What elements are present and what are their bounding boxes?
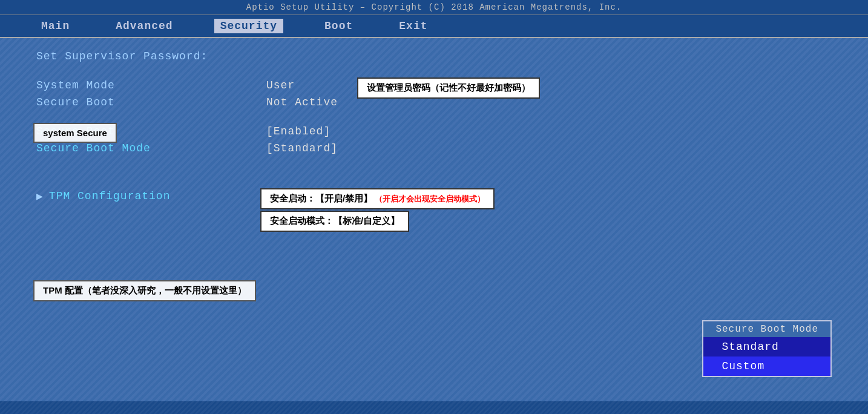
system-mode-value: User	[266, 79, 295, 91]
annotation-system-secure: system Secure	[33, 123, 117, 143]
annotation-supervisor: 设置管理员密码（记性不好最好加密码）	[357, 77, 540, 99]
tpm-label: TPM Configuration	[49, 190, 279, 202]
title-text: Aptio Setup Utility – Copyright (C) 2018…	[246, 2, 622, 12]
dropdown-item-standard[interactable]: Standard	[703, 337, 830, 356]
dropdown-title: Secure Boot Mode	[703, 321, 830, 337]
secure-boot-mode-row[interactable]: Secure Boot Mode [Standard]	[36, 142, 832, 154]
annotation-supervisor-text: 设置管理员密码（记性不好最好加密码）	[367, 82, 530, 93]
main-content: Set Supervisor Password: System Mode Use…	[0, 38, 868, 401]
menu-item-exit[interactable]: Exit	[394, 19, 432, 33]
annotation-tpm-text: TPM 配置（笔者没深入研究，一般不用设置这里）	[43, 285, 246, 295]
annotation-secure-boot-mode: 安全启动模式：【标准/自定义】	[260, 211, 409, 232]
menu-item-advanced[interactable]: Advanced	[111, 19, 177, 33]
secure-boot-enabled-row[interactable]: Secure Boot [Enabled]	[36, 125, 832, 137]
annotation-tpm: TPM 配置（笔者没深入研究，一般不用设置这里）	[33, 280, 256, 301]
supervisor-password-row[interactable]: Set Supervisor Password:	[36, 50, 832, 62]
menu-item-boot[interactable]: Boot	[320, 19, 358, 33]
annotation-secure-boot-label: 安全启动：【开启/禁用】	[270, 193, 372, 203]
secure-boot-mode-dropdown[interactable]: Secure Boot Mode Standard Custom	[702, 320, 832, 377]
annotation-secure-boot: 安全启动：【开启/禁用】 （开启才会出现安全启动模式）	[260, 188, 495, 209]
secure-boot-status-value: Not Active	[266, 96, 338, 108]
annotation-secure-boot-note: （开启才会出现安全启动模式）	[375, 194, 485, 203]
menu-bar: Main Advanced Security Boot Exit	[0, 15, 868, 38]
supervisor-password-label: Set Supervisor Password:	[36, 50, 266, 62]
menu-item-security[interactable]: Security	[214, 19, 283, 33]
system-mode-label: System Mode	[36, 79, 266, 91]
secure-boot-mode-value: [Standard]	[266, 142, 338, 154]
annotation-secure-boot-mode-text: 安全启动模式：【标准/自定义】	[270, 215, 399, 226]
menu-item-main[interactable]: Main	[36, 19, 74, 33]
title-bar: Aptio Setup Utility – Copyright (C) 2018…	[0, 0, 868, 15]
secure-boot-status-label: Secure Boot	[36, 96, 266, 108]
bios-screen: Aptio Setup Utility – Copyright (C) 2018…	[0, 0, 868, 414]
tpm-arrow-icon: ▶	[36, 189, 43, 203]
secure-boot-enabled-value: [Enabled]	[266, 125, 330, 137]
secure-boot-mode-label: Secure Boot Mode	[36, 142, 266, 154]
dropdown-item-custom[interactable]: Custom	[703, 356, 830, 376]
annotation-system-secure-text: system Secure	[43, 128, 107, 138]
